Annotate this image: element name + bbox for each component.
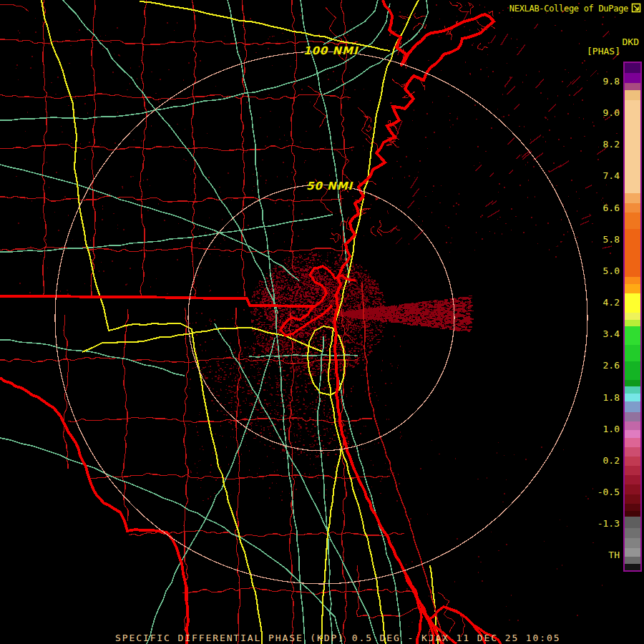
colorbar-segment (625, 438, 640, 447)
colorbar-segment (625, 73, 640, 83)
colorbar-segment (625, 277, 640, 284)
colorbar-segment (625, 447, 640, 457)
colorbar-segment (625, 430, 640, 438)
colorbar-tick-label: 6.6 (587, 203, 620, 213)
attribution-link[interactable]: NEXLAB-College of DuPage (509, 4, 628, 14)
colorbar-segment (625, 380, 640, 386)
colorbar-segment (625, 504, 640, 511)
colorbar-segment (625, 90, 640, 100)
colorbar-segment (625, 320, 640, 326)
colorbar-segment (625, 394, 640, 401)
colorbar-tick-label: -0.5 (587, 487, 620, 497)
range-ring-label-50nmi: 50 NMI (306, 180, 353, 192)
colorbar-segment (625, 284, 640, 293)
colorbar-tick-label: 5.0 (587, 265, 620, 276)
colorbar-tick-label: 7.4 (587, 170, 620, 181)
colorbar-segment (625, 63, 640, 73)
colorbar-segment (625, 203, 640, 213)
colorbar-tick-label: 0.2 (587, 455, 620, 466)
colorbar-segment (625, 83, 640, 90)
colorbar-segment (625, 412, 640, 421)
colorbar-segment (625, 548, 640, 557)
colorbar-segment (625, 361, 640, 380)
colorbar-tick-label: 5.8 (587, 234, 620, 245)
colorbar-tick-label: 3.4 (587, 328, 620, 339)
colorbar-segment (625, 100, 640, 193)
colorbar-segment (625, 229, 640, 277)
colorbar-tick-label: 1.8 (587, 392, 620, 403)
colorbar-segment (625, 557, 640, 564)
product-units-label: [PHAS] (587, 46, 620, 57)
colorbar-segment (625, 193, 640, 203)
colorbar-segment (625, 466, 640, 475)
colorbar-tick-label: 9.0 (587, 107, 620, 118)
colorbar-segment (625, 421, 640, 430)
colorbar-segment (625, 386, 640, 394)
colorbar-segment (625, 293, 640, 313)
colorbar-tick-label: 4.2 (587, 297, 620, 308)
colorbar-tick-label: TH (587, 550, 620, 560)
colorbar-segment (625, 326, 640, 345)
radar-viewer: NEXLAB-College of DuPage DKD [PHAS] 100 … (0, 0, 644, 644)
colorbar-segment (625, 345, 640, 361)
colorbar-segment (625, 538, 640, 548)
product-caption: SPECIFIC DIFFERENTIAL PHASE (KDP) 0.5 DE… (115, 633, 561, 643)
colorbar-tick-label: 9.8 (587, 76, 620, 87)
colorbar-segment (625, 494, 640, 504)
colorbar-segment (625, 528, 640, 538)
map-image (0, 0, 644, 644)
colorbar-segment (625, 511, 640, 517)
colorbar-segment (625, 484, 640, 494)
colorbar-segment (625, 457, 640, 466)
colorbar-segment (625, 517, 640, 528)
product-code-label: DKD (623, 36, 639, 47)
colorbar-segment (625, 213, 640, 229)
colorbar-legend (623, 62, 642, 572)
colorbar-segment (625, 313, 640, 320)
colorbar-segment (625, 401, 640, 412)
colorbar-tick-label: 2.6 (587, 360, 620, 371)
colorbar-segment (625, 564, 640, 570)
colorbar-tick-label: 8.2 (587, 139, 620, 150)
range-ring-label-100nmi: 100 NMI (303, 44, 358, 57)
colorbar-segment (625, 475, 640, 484)
colorbar-tick-label: -1.3 (587, 518, 620, 529)
colorbar-tick-label: 1.0 (587, 424, 620, 434)
external-link-icon[interactable] (631, 3, 641, 13)
